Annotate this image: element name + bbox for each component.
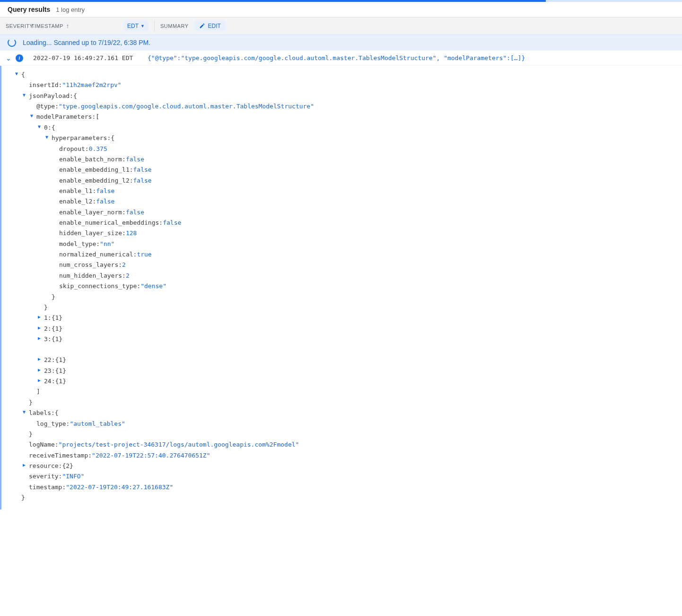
chevron-down-icon: ▼ — [140, 24, 145, 28]
insertId-value[interactable]: "11h2maef2m2rpv" — [62, 80, 121, 90]
toggle-icon[interactable] — [43, 133, 51, 141]
loading-text: Loading... Scanned up to 7/19/22, 6:38 P… — [23, 39, 150, 46]
sort-asc-icon: ↑ — [66, 22, 70, 29]
panel-title: Query results — [8, 6, 50, 13]
divider — [154, 20, 155, 32]
toggle-icon[interactable] — [35, 355, 43, 363]
type-value[interactable]: "type.googleapis.com/google.cloud.automl… — [59, 101, 314, 112]
row-timestamp: 2022-07-19 16:49:27.161 EDT — [26, 54, 148, 62]
toggle-icon[interactable] — [20, 461, 28, 469]
timezone-selector[interactable]: EDT ▼ — [123, 21, 149, 31]
toggle-icon[interactable] — [28, 112, 35, 120]
severity-header[interactable]: SEVERITY — [4, 23, 31, 29]
spinner-icon — [8, 38, 16, 47]
toggle-icon[interactable] — [35, 313, 43, 321]
loading-bar: Loading... Scanned up to 7/19/22, 6:38 P… — [0, 35, 682, 51]
pencil-icon — [199, 23, 205, 29]
json-tree-cont: 22: {1} 23: {1} 24: {1} ] } labels: { lo… — [0, 351, 682, 510]
toggle-icon[interactable] — [20, 91, 28, 99]
toggle-icon[interactable] — [35, 123, 43, 131]
entry-count: 1 log entry — [56, 6, 85, 13]
json-tree: { insertId: "11h2maef2m2rpv" jsonPayload… — [0, 66, 682, 351]
toggle-icon[interactable] — [35, 366, 43, 374]
toggle-icon[interactable] — [35, 376, 43, 384]
severity-info-icon: i — [16, 54, 23, 62]
summary-header: SUMMARY — [160, 23, 189, 29]
title-bar: Query results 1 log entry — [0, 2, 682, 18]
toggle-icon[interactable] — [35, 324, 43, 332]
toggle-icon[interactable] — [20, 408, 28, 416]
toggle-icon[interactable] — [35, 334, 43, 342]
column-header-bar: SEVERITY TIMESTAMP ↑ EDT ▼ SUMMARY EDIT — [0, 18, 682, 35]
row-summary: {"@type":"type.googleapis.com/google.clo… — [148, 54, 525, 62]
toggle-icon[interactable] — [13, 70, 20, 78]
edit-button[interactable]: EDIT — [194, 21, 226, 31]
log-row[interactable]: ⌄ i 2022-07-19 16:49:27.161 EDT {"@type"… — [0, 51, 682, 66]
timestamp-header[interactable]: TIMESTAMP ↑ — [31, 22, 70, 29]
expand-row-icon[interactable]: ⌄ — [4, 54, 13, 62]
